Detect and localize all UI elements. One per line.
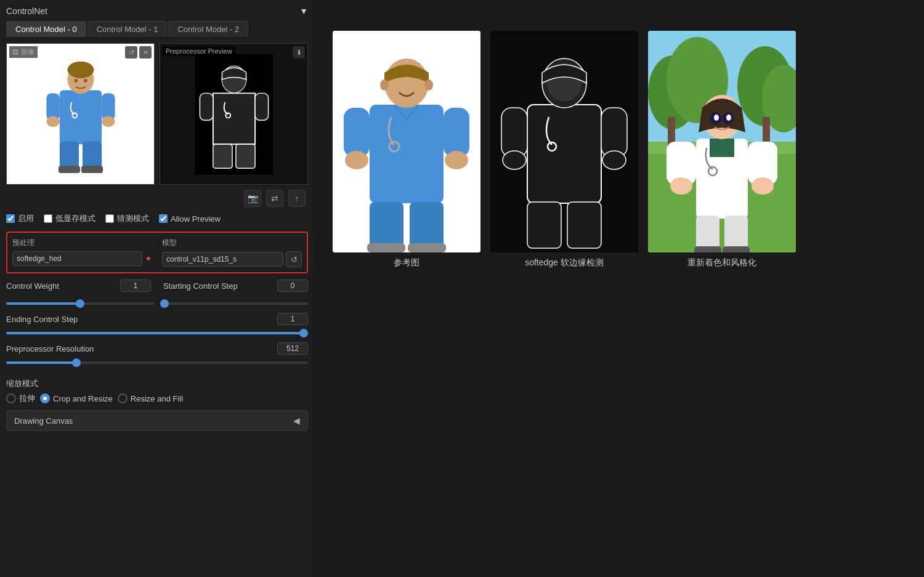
svg-rect-43 [601,108,627,157]
preprocessor-select-row: softedge_hed ✦ [12,251,152,266]
svg-rect-21 [235,144,254,168]
camera-btn[interactable]: 📷 [244,190,261,207]
starting-step-slider[interactable] [160,302,308,305]
scale-option-fill[interactable]: Resize and Fill [118,393,183,403]
model-section: 预处理 softedge_hed ✦ 模型 control_v11p_sd15_… [6,232,308,273]
tabs: Control Model - 0 Control Model - 1 Cont… [6,21,308,37]
starting-step-col: Starting Control Step 0 [163,280,308,294]
model-select[interactable]: control_v11p_sd15_s [162,252,283,267]
preproc-res-track [6,357,308,366]
preproc-res-slider[interactable] [6,361,308,364]
svg-point-4 [83,78,87,82]
fill-label: Resize and Fill [131,394,183,403]
svg-rect-0 [59,90,101,144]
svg-rect-37 [408,243,446,252]
tab-model-0[interactable]: Control Model - 0 [6,21,86,37]
preprocessor-label: 预处理 [12,238,152,248]
close-image-btn[interactable]: ✕ [139,46,152,59]
gallery-item-anime: 重新着色和风格化 [648,31,796,268]
crop-radio[interactable] [40,393,50,403]
starting-step-value[interactable]: 0 [277,280,308,292]
low-vram-checkbox[interactable] [44,214,52,223]
panel-title: ControlNet [6,6,47,16]
control-weight-label: Control Weight [6,281,80,291]
checkbox-row: 启用 低显存模式 猜测模式 Allow Preview [6,213,308,224]
fill-radio[interactable] [118,393,128,403]
source-image-label: 🖼 图像 [9,46,38,58]
allow-preview-checkbox-item[interactable]: Allow Preview [159,214,221,224]
svg-rect-17 [200,93,213,120]
image-icon: 🖼 [12,49,18,55]
right-panel: 参考图 [314,0,924,577]
svg-point-3 [74,78,78,82]
tab-model-1[interactable]: Control Model - 1 [87,21,168,37]
source-image-box[interactable]: 🖼 图像 ↺ ✕ [6,43,155,185]
ending-step-track [6,327,308,336]
svg-point-27 [380,79,389,91]
svg-rect-47 [527,202,561,248]
svg-rect-12 [58,166,79,173]
drawing-canvas-section[interactable]: Drawing Canvas ◀ [6,410,308,431]
gallery-item-softedge: softedge 软边缘检测 [490,31,638,268]
model-col: 模型 control_v11p_sd15_s ↺ [162,238,302,267]
panel-collapse-arrow[interactable]: ▼ [299,6,308,16]
gallery-caption-1: softedge 软边缘检测 [525,257,604,268]
sketch-image [160,44,307,184]
control-weight-track [6,297,154,307]
preproc-res-label: Preprocessor Resolution [6,344,94,353]
upload-btn[interactable]: ↑ [288,190,306,207]
nurse-image [7,44,154,184]
scale-mode-label: 缩放模式 [6,378,308,389]
guess-mode-checkbox-item[interactable]: 猜测模式 [105,213,149,224]
low-vram-checkbox-item[interactable]: 低显存模式 [44,213,95,224]
preprocessor-preview-box[interactable]: Preprocessor Preview ⬇ [160,43,308,185]
svg-point-69 [752,177,774,195]
control-weight-slider[interactable] [6,302,154,305]
preproc-res-value[interactable]: 512 [277,342,308,355]
image-area: 🖼 图像 ↺ ✕ [6,43,308,185]
starting-step-track [160,297,308,307]
guess-mode-checkbox[interactable] [105,214,114,223]
svg-rect-72 [694,246,721,252]
svg-rect-20 [213,144,232,168]
scale-option-stretch[interactable]: 拉伸 [6,393,35,404]
svg-rect-59 [710,139,734,157]
tab-model-2[interactable]: Control Model - 2 [168,21,248,37]
low-vram-label: 低显存模式 [55,213,95,224]
allow-preview-checkbox[interactable] [159,214,168,223]
image-controls: ↺ ✕ [125,46,152,59]
gallery-caption-0: 参考图 [394,257,419,268]
svg-rect-36 [367,243,405,252]
allow-preview-label: Allow Preview [171,214,221,224]
svg-rect-13 [81,166,102,173]
panel-header: ControlNet ▼ [6,6,308,16]
svg-point-9 [102,116,115,127]
swap-btn[interactable]: ⇄ [266,190,283,207]
dual-slider-tracks [6,297,308,307]
model-refresh-btn[interactable]: ↺ [286,251,302,267]
svg-point-46 [602,151,626,169]
svg-rect-73 [723,246,750,252]
svg-point-2 [67,61,94,78]
svg-point-33 [445,151,468,169]
enable-checkbox[interactable] [6,214,15,223]
refresh-image-btn[interactable]: ↺ [125,46,137,59]
star-icon: ✦ [145,254,152,264]
ending-step-value[interactable]: 1 [277,313,308,325]
action-row: 📷 ⇄ ↑ [6,190,308,207]
enable-checkbox-item[interactable]: 启用 [6,213,34,224]
preprocessor-select[interactable]: softedge_hed [12,251,142,266]
ending-step-slider[interactable] [6,332,308,334]
svg-point-68 [670,177,692,195]
svg-rect-35 [410,202,444,248]
preprocessor-preview-label: Preprocessor Preview [163,46,235,56]
model-label: 模型 [162,238,302,248]
download-preview-btn[interactable]: ⬇ [293,46,305,59]
stretch-radio[interactable] [6,393,16,403]
crop-label: Crop and Resize [53,394,113,403]
control-weight-value[interactable]: 1 [120,280,151,292]
model-select-row: control_v11p_sd15_s ↺ [162,251,302,267]
sketch-svg [194,54,274,174]
scale-option-crop[interactable]: Crop and Resize [40,393,113,403]
gallery-anime-svg [648,31,796,252]
